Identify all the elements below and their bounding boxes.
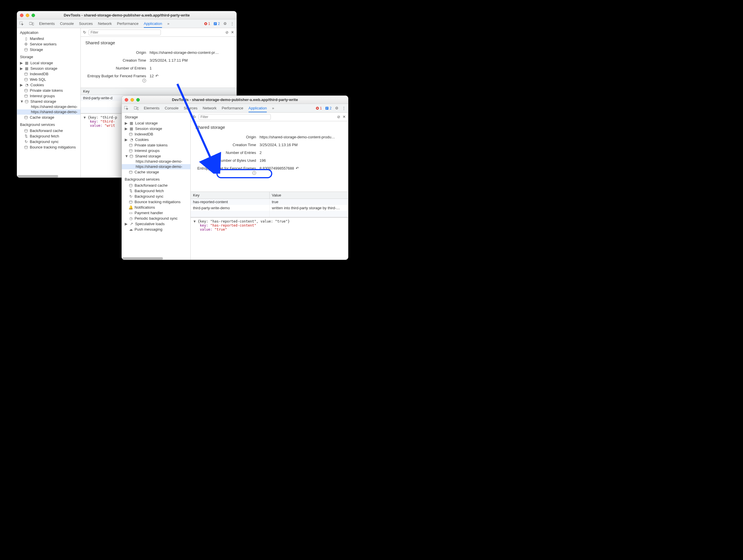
sidebar-item-back-forward-cache[interactable]: Back/forward cache [17,128,80,133]
sidebar-item-indexeddb[interactable]: IndexedDB [17,71,80,77]
refresh-icon[interactable]: ↻ [83,30,86,35]
tab-performance[interactable]: Performance [117,21,138,26]
tab-application[interactable]: Application [249,106,267,112]
tab-console[interactable]: Console [60,21,74,26]
col-key[interactable]: Key [81,88,236,95]
device-icon[interactable] [134,106,139,110]
svg-point-27 [129,149,132,150]
tab-application[interactable]: Application [144,21,162,28]
col-key[interactable]: Key [191,192,269,199]
disclosure-triangle-icon[interactable]: ▶ [125,121,128,125]
col-value[interactable]: Value [269,192,348,199]
disclosure-triangle-icon[interactable]: ▶ [125,222,128,226]
sidebar-item-bounce-tracking[interactable]: Bounce tracking mitigations [17,144,80,150]
disclosure-triangle-icon[interactable]: ▼ [84,116,86,120]
horizontal-scrollbar[interactable] [122,257,163,260]
sidebar-item-private-state-tokens[interactable]: Private state tokens [122,142,190,148]
sidebar-item-bounce-tracking[interactable]: Bounce tracking mitigations [122,199,190,205]
refresh-icon[interactable]: ↻ [193,115,196,119]
settings-icon[interactable]: ⚙ [223,21,227,26]
tab-sources[interactable]: Sources [79,21,93,26]
sidebar-item-cookies[interactable]: ▶◔Cookies [122,137,190,142]
disclosure-triangle-icon[interactable]: ▶ [125,126,128,131]
entropy-value: 12↶ [149,74,232,83]
sidebar-item-background-fetch[interactable]: ⇅Background fetch [122,188,190,193]
undo-icon[interactable]: ↶ [296,166,299,170]
disclosure-triangle-icon[interactable]: ▶ [20,61,23,65]
kebab-icon[interactable]: ⋮ [342,106,346,110]
sidebar-item-background-sync[interactable]: ↻Background sync [122,193,190,199]
info-badge[interactable]: 2 [214,22,220,26]
sidebar-item-push-messaging[interactable]: ☁Push messaging [122,227,190,232]
sidebar-item-origin-2[interactable]: https://shared-storage-demo- [122,164,190,169]
info-badge[interactable]: 2 [325,106,332,110]
sidebar-item-session-storage[interactable]: ▶▦Session storage [122,126,190,131]
sidebar-item-payment-handler[interactable]: ▭Payment handler [122,210,190,216]
tab-console[interactable]: Console [165,106,178,110]
sidebar-item-cache-storage[interactable]: Cache storage [122,169,190,175]
clear-icon[interactable]: ⊘ [225,30,228,35]
disclosure-triangle-icon[interactable]: ▶ [125,137,128,142]
sidebar-item-cache-storage[interactable]: Cache storage [17,115,80,120]
sidebar-item-speculative-loads[interactable]: ▶↗Speculative loads [122,221,190,227]
disclosure-triangle-icon[interactable]: ▼ [20,99,23,103]
disclosure-triangle-icon[interactable]: ▼ [193,219,195,223]
inspect-icon[interactable] [124,106,129,111]
sidebar-item-origin-1[interactable]: https://shared-storage-demo- [17,104,80,110]
more-tabs-icon[interactable]: » [167,21,169,26]
info-icon[interactable]: i [142,79,146,83]
sidebar-item-cookies[interactable]: ▶◔Cookies [17,82,80,88]
sidebar-item-shared-storage[interactable]: ▼Shared storage [17,99,80,104]
undo-icon[interactable]: ↶ [156,74,159,78]
tab-network[interactable]: Network [203,106,217,110]
disclosure-triangle-icon[interactable]: ▶ [20,66,23,71]
disclosure-triangle-icon[interactable]: ▼ [125,154,128,158]
device-icon[interactable] [29,22,34,26]
titlebar[interactable]: DevTools - shared-storage-demo-publisher… [17,11,236,19]
titlebar[interactable]: DevTools - shared-storage-demo-publisher… [122,96,348,104]
sidebar-item-shared-storage[interactable]: ▼Shared storage [122,154,190,159]
tab-sources[interactable]: Sources [184,106,198,110]
horizontal-scrollbar[interactable] [18,175,58,177]
sidebar-item-private-state-tokens[interactable]: Private state tokens [17,88,80,93]
error-badge[interactable]: 1 [316,106,322,110]
panel-heading: Shared storage [195,125,343,130]
sidebar-item-background-fetch[interactable]: ⇅Background fetch [17,133,80,139]
sidebar-item-interest-groups[interactable]: Interest groups [122,148,190,154]
sidebar-item-background-sync[interactable]: ↻Background sync [17,139,80,144]
sidebar-item-interest-groups[interactable]: Interest groups [17,93,80,99]
sidebar-item-local-storage[interactable]: ▶▦Local storage [17,60,80,66]
close-icon[interactable]: ✕ [343,115,346,119]
sidebar-item-notifications[interactable]: 🔔Notifications [122,205,190,210]
error-badge[interactable]: 1 [204,22,210,26]
table-row[interactable]: third-party-write-demowritten into third… [191,205,348,211]
clear-icon[interactable]: ⊘ [337,115,340,119]
database-icon [129,149,133,153]
kebab-icon[interactable]: ⋮ [230,21,234,26]
tab-elements[interactable]: Elements [144,106,160,110]
sidebar-item-periodic-sync[interactable]: ◷Periodic background sync [122,216,190,221]
sidebar-item-manifest[interactable]: ▯Manifest [17,36,80,41]
settings-icon[interactable]: ⚙ [335,106,339,110]
grid-icon: ▦ [129,127,133,131]
disclosure-triangle-icon[interactable]: ▶ [20,83,23,87]
filter-input[interactable] [199,114,271,120]
tab-elements[interactable]: Elements [39,21,55,26]
filter-input[interactable] [89,30,161,35]
sidebar-item-origin-2[interactable]: https://shared-storage-demo- [17,110,80,115]
sidebar-item-local-storage[interactable]: ▶▦Local storage [122,120,190,126]
info-icon[interactable]: i [252,171,256,175]
table-row[interactable]: has-reported-contenttrue [191,199,348,205]
sidebar-item-origin-1[interactable]: https://shared-storage-demo- [122,159,190,164]
sidebar-item-service-workers[interactable]: ⚙Service workers [17,41,80,47]
inspect-icon[interactable] [19,21,24,26]
sidebar-item-back-forward-cache[interactable]: Back/forward cache [122,183,190,188]
close-icon[interactable]: ✕ [231,30,234,35]
tab-network[interactable]: Network [98,21,112,26]
sidebar-item-indexeddb[interactable]: IndexedDB [122,131,190,137]
sidebar-item-session-storage[interactable]: ▶▦Session storage [17,66,80,71]
tab-performance[interactable]: Performance [222,106,243,110]
sidebar-item-storage[interactable]: Storage [17,47,80,52]
sidebar-item-websql[interactable]: Web SQL [17,77,80,82]
more-tabs-icon[interactable]: » [272,106,274,110]
